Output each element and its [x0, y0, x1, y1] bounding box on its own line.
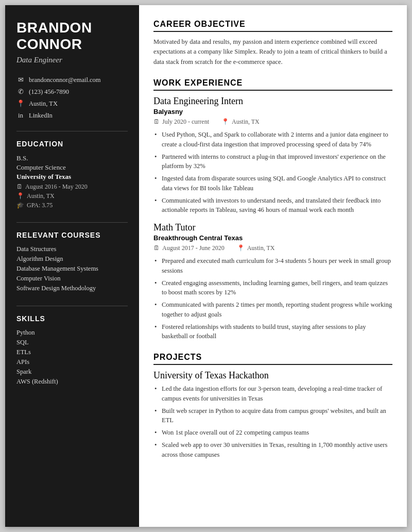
project-title-1: University of Texas Hackathon [153, 370, 392, 381]
edu-dates: 🗓 August 2016 - May 2020 [16, 183, 128, 191]
courses-section-title: RELEVANT COURSES [16, 231, 128, 239]
bullet-item: Communicated with investors to understan… [154, 196, 392, 215]
course-item: Software Design Methodology [16, 285, 128, 292]
main-content: CAREER OBJECTIVE Motivated by data and r… [139, 5, 407, 527]
education-section-title: EDUCATION [16, 140, 128, 148]
job-company-2: Breakthrough Central Texas [153, 234, 392, 242]
location-icon-2: 📍 [237, 244, 245, 252]
work-experience-section: WORK EXPERIENCE Data Engineering Intern … [153, 78, 392, 341]
bullet-item: Scaled web app to over 30 universities i… [154, 440, 392, 460]
candidate-title: Data Engineer [16, 56, 128, 64]
projects-title: PROJECTS [153, 353, 392, 365]
skill-item: AWS (Redshift) [16, 378, 128, 386]
course-item: Computer Vision [16, 275, 128, 282]
job-meta-1: 🗓 July 2020 - current 📍 Austin, TX [153, 118, 392, 126]
edu-gpa: 🎓 GPA: 3.75 [16, 202, 128, 209]
phone-text: (123) 456-7890 [29, 88, 69, 96]
job-title-2: Math Tutor [153, 222, 392, 233]
location-pin-icon: 📍 [16, 192, 24, 200]
edu-degree: B.S. [16, 154, 128, 162]
email-icon: ✉ [16, 76, 25, 84]
location-item: 📍 Austin, TX [16, 99, 128, 108]
bullet-item: Ingested data from disparate sources usi… [154, 174, 392, 193]
contact-section: ✉ brandonconnor@email.com ✆ (123) 456-78… [16, 76, 128, 120]
projects-section: PROJECTS University of Texas Hackathon L… [153, 353, 392, 459]
edu-field: Computer Science [16, 163, 128, 172]
bullet-item: Built web scraper in Python to acquire d… [154, 406, 392, 426]
linkedin-text: LinkedIn [29, 112, 53, 120]
bullet-item: Communicated with parents 2 times per mo… [154, 300, 392, 320]
job-bullets-1: Used Python, SQL, and Spark to collabora… [154, 130, 392, 215]
job-company-1: Balyasny [153, 108, 392, 115]
linkedin-icon: in [16, 111, 25, 120]
edu-university: University of Texas [16, 173, 128, 181]
courses-list: Data Structures Algorithm Design Databas… [16, 245, 128, 294]
bullet-item: Fostered relationships with students to … [154, 322, 392, 342]
job-location-1: 📍 Austin, TX [221, 118, 260, 126]
skills-list: Python SQL ETLs APIs Spark AWS (Redshift… [16, 329, 128, 388]
job-dates-2: 🗓 August 2017 - June 2020 [153, 244, 225, 252]
calendar-icon-1: 🗓 [153, 118, 160, 126]
job-entry-2: Math Tutor Breakthrough Central Texas 🗓 … [153, 222, 392, 341]
project-bullets-1: Led the data ingestion efforts for our 3… [154, 384, 392, 459]
objective-text: Motivated by data and results, my passio… [153, 37, 392, 67]
skill-item: APIs [16, 358, 128, 366]
graduation-icon: 🎓 [16, 202, 24, 209]
edu-location: 📍 Austin, TX [16, 192, 128, 200]
skill-item: Python [16, 329, 128, 337]
job-meta-2: 🗓 August 2017 - June 2020 📍 Austin, TX [153, 244, 392, 252]
job-bullets-2: Prepared and executed math curriculum fo… [154, 256, 392, 341]
skill-item: ETLs [16, 348, 128, 356]
career-objective-title: CAREER OBJECTIVE [153, 20, 392, 32]
job-title-1: Data Engineering Intern [153, 96, 392, 107]
location-icon-1: 📍 [221, 118, 229, 126]
skill-item: Spark [16, 368, 128, 376]
course-item: Algorithm Design [16, 255, 128, 263]
candidate-name: BRANDON CONNOR [16, 20, 128, 53]
skill-item: SQL [16, 339, 128, 346]
calendar-icon: 🗓 [16, 183, 23, 191]
email-text: brandonconnor@email.com [29, 76, 101, 84]
divider-3 [16, 306, 128, 306]
project-entry-1: University of Texas Hackathon Led the da… [153, 370, 392, 459]
calendar-icon-2: 🗓 [153, 244, 160, 252]
bullet-item: Led the data ingestion efforts for our 3… [154, 384, 392, 404]
job-dates-1: 🗓 July 2020 - current [153, 118, 209, 126]
bullet-item: Created engaging assessments, including … [154, 278, 392, 298]
work-experience-title: WORK EXPERIENCE [153, 78, 392, 91]
skills-section-title: SKILLS [16, 314, 128, 323]
location-icon: 📍 [16, 99, 25, 108]
bullet-item: Won 1st place overall out of 22 competin… [154, 428, 392, 438]
bullet-item: Used Python, SQL, and Spark to collabora… [154, 130, 392, 149]
course-item: Data Structures [16, 245, 128, 253]
phone-item: ✆ (123) 456-7890 [16, 88, 128, 96]
course-item: Database Management Systems [16, 265, 128, 273]
email-item: ✉ brandonconnor@email.com [16, 76, 128, 84]
linkedin-item[interactable]: in LinkedIn [16, 111, 128, 120]
bullet-item: Partnered with interns to construct a pl… [154, 152, 392, 172]
location-text: Austin, TX [29, 100, 58, 108]
phone-icon: ✆ [16, 88, 25, 96]
divider-2 [16, 222, 128, 223]
divider-1 [16, 131, 128, 131]
resume: BRANDON CONNOR Data Engineer ✉ brandonco… [5, 5, 407, 527]
job-entry-1: Data Engineering Intern Balyasny 🗓 July … [153, 96, 392, 215]
bullet-item: Prepared and executed math curriculum fo… [154, 256, 392, 276]
sidebar: BRANDON CONNOR Data Engineer ✉ brandonco… [5, 5, 139, 527]
career-objective-section: CAREER OBJECTIVE Motivated by data and r… [153, 20, 392, 67]
job-location-2: 📍 Austin, TX [237, 244, 275, 252]
